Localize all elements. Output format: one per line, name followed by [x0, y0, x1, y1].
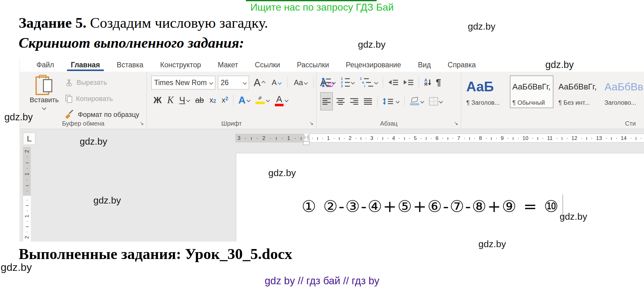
cut-label: Вырезать: [77, 79, 107, 87]
ruler-token: ·: [355, 136, 357, 141]
copy-label: Копировать: [76, 95, 113, 103]
strikethrough-button[interactable]: ab: [193, 93, 206, 107]
tab-file[interactable]: Файл: [28, 58, 63, 72]
underline-button[interactable]: Ч: [177, 93, 192, 107]
divider: [419, 77, 419, 88]
shading-button[interactable]: [408, 94, 425, 108]
style-card-h2[interactable]: АаБбВвЗаголово...: [602, 75, 644, 108]
grow-font-button[interactable]: А: [251, 75, 267, 90]
subscript-button[interactable]: x 2: [207, 93, 218, 107]
tab-view[interactable]: Вид: [410, 58, 440, 72]
underline-glyph: Ч: [179, 95, 185, 105]
change-case-button[interactable]: Aa: [292, 75, 309, 90]
styles-group-label: Сти: [625, 120, 644, 127]
up-down-arrow-icon: [384, 98, 385, 104]
hanging-indent-marker[interactable]: [303, 137, 309, 141]
tab-selector[interactable]: L: [23, 132, 36, 145]
ruler-token: ·: [245, 136, 247, 141]
tab-layout[interactable]: Макет: [209, 58, 247, 72]
indent-markers[interactable]: [303, 134, 310, 145]
caret-up-icon: [261, 81, 266, 85]
decrease-indent-button[interactable]: [387, 75, 400, 89]
ruler-token: ·: [256, 136, 258, 141]
italic-button[interactable]: К: [165, 93, 176, 107]
ruler-token: 4: [392, 136, 395, 141]
gdz-watermark: gdz.by: [4, 112, 33, 123]
font-color-button[interactable]: А: [273, 93, 290, 107]
paragraph-group: А Я ¶: [317, 72, 461, 129]
font-size-select[interactable]: 26: [218, 76, 249, 89]
paragraph-dialog-launcher-icon[interactable]: [454, 120, 458, 126]
font-name-select[interactable]: Times New Rom: [151, 76, 215, 89]
tab-design[interactable]: Конструктор: [152, 58, 209, 72]
show-marks-button[interactable]: ¶: [434, 75, 443, 89]
paste-label: Вставить: [28, 96, 60, 104]
clipboard-dialog-launcher-icon[interactable]: [140, 120, 144, 126]
superscript-num: 2: [225, 96, 228, 102]
copy-button[interactable]: Копировать: [65, 95, 113, 103]
format-painter-button[interactable]: Формат по образцу: [65, 110, 139, 119]
ruler-token: ·: [581, 136, 583, 141]
bold-button[interactable]: Ж: [151, 93, 164, 107]
superscript-button[interactable]: x 2: [219, 93, 230, 107]
clipboard-group: Вставить Вырезать Копировать Формат по о…: [20, 72, 147, 129]
cut-button[interactable]: Вырезать: [65, 79, 107, 87]
bullet-list-button[interactable]: [320, 75, 337, 89]
ruler-token: ·: [605, 136, 607, 141]
multilevel-list-button[interactable]: [358, 75, 379, 89]
style-card-h1[interactable]: АаБ¶ Заголов...: [464, 75, 507, 108]
tab-home[interactable]: Главная: [63, 58, 109, 72]
align-right-button[interactable]: [348, 94, 360, 108]
left-indent-marker[interactable]: [303, 141, 309, 145]
justify-button[interactable]: [362, 94, 374, 108]
ruler-token: ı: [469, 136, 470, 141]
ruler-token: ·: [24, 156, 30, 158]
document-page[interactable]: ① ②-③-④+⑤+⑥-⑦-⑧+⑨ = ⑩: [236, 153, 644, 242]
horizontal-ruler[interactable]: 3·ı·2·ı·1·ı· ·ı·1·ı·2·ı·3·ı·4·ı·5·ı·6·ı·…: [235, 134, 644, 142]
numbered-list-button[interactable]: [339, 75, 356, 89]
style-label: ¶ Заголов...: [466, 99, 505, 106]
ruler-token: ı: [275, 136, 277, 141]
ruler-token: ı: [586, 136, 587, 141]
gdz-watermark: gdz.by: [545, 59, 574, 70]
page-root: Ищите нас по запросу ГДЗ Бай Задание 5. …: [0, 0, 644, 288]
text-effects-button[interactable]: А: [236, 93, 252, 107]
vertical-ruler[interactable]: 2·ı·1·ı· ·ı·1·ı·2: [23, 147, 31, 242]
tab-mailings[interactable]: Рассылки: [289, 58, 337, 72]
tab-help[interactable]: Справка: [439, 58, 484, 72]
sort-button[interactable]: А Я: [422, 75, 432, 89]
ruler-token: ·: [24, 179, 30, 181]
shrink-font-button[interactable]: А: [270, 75, 283, 90]
tab-review[interactable]: Рецензирование: [337, 58, 410, 72]
borders-button[interactable]: [427, 94, 444, 108]
first-line-indent-marker[interactable]: [303, 134, 309, 137]
ruler-token: ·: [270, 136, 271, 141]
style-card-nospace[interactable]: АаБбВвГг,¶ Без инт...: [556, 75, 599, 108]
style-card-normal[interactable]: АаБбВвГг,¶ Обычный: [510, 75, 553, 108]
indent-lines-icon: [408, 80, 413, 85]
font-group-label: Шрифт: [147, 120, 316, 127]
ruler-token: ·: [24, 231, 30, 233]
justify-icon: [364, 98, 372, 105]
align-center-button[interactable]: [335, 94, 346, 108]
ruler-token: ·: [556, 136, 558, 141]
line-spacing-button[interactable]: [381, 94, 401, 108]
ruler-token: ı: [635, 136, 637, 141]
paste-clipboard-icon: [35, 75, 53, 95]
ruler-token: ·: [333, 136, 335, 141]
ruler-token: ı: [425, 136, 427, 141]
tab-references[interactable]: Ссылки: [247, 58, 289, 72]
highlight-button[interactable]: [253, 93, 271, 107]
paste-button[interactable]: Вставить: [28, 74, 60, 109]
ruler-token: 5: [414, 136, 416, 141]
align-left-button[interactable]: [320, 92, 333, 110]
font-size-value: 26: [221, 79, 229, 87]
font-dialog-launcher-icon[interactable]: [309, 120, 313, 126]
grow-font-glyph: А: [254, 77, 261, 89]
increase-indent-button[interactable]: [402, 75, 415, 89]
ruler-token: ı: [537, 136, 538, 141]
subscript-glyph: x: [209, 96, 213, 104]
tab-insert[interactable]: Вставка: [108, 58, 152, 72]
gdz-watermark: gdz.by: [358, 39, 385, 50]
font-color-glyph: А: [276, 94, 282, 104]
